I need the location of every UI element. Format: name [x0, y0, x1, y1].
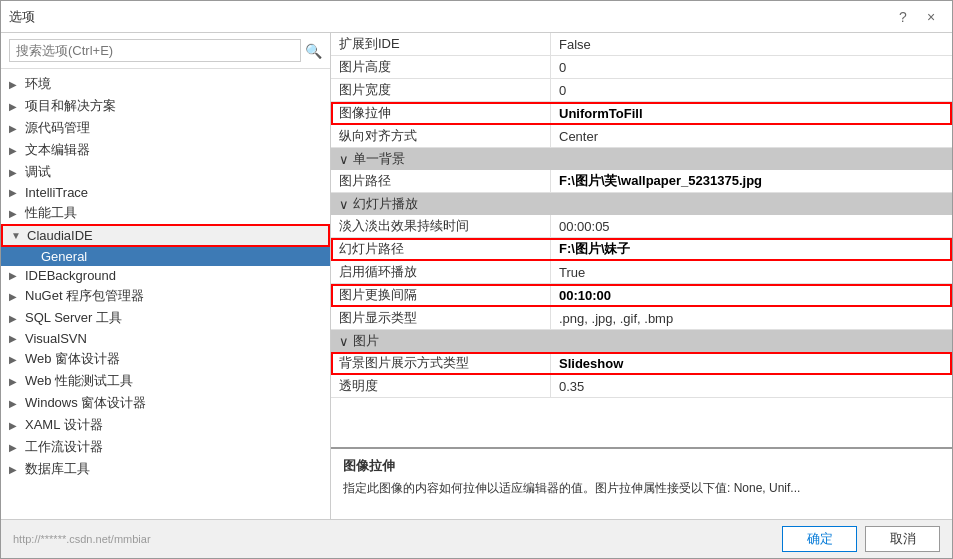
- tree-item-windesign[interactable]: ▶ Windows 窗体设计器: [1, 392, 330, 414]
- prop-row-imgtype[interactable]: 图片显示类型 .png, .jpg, .gif, .bmp: [331, 307, 952, 330]
- tree-item-proj[interactable]: ▶ 项目和解决方案: [1, 95, 330, 117]
- prop-row-valign[interactable]: 纵向对齐方式 Center: [331, 125, 952, 148]
- prop-row-exttoide[interactable]: 扩展到IDE False: [331, 33, 952, 56]
- prop-row-imgheight[interactable]: 图片高度 0: [331, 56, 952, 79]
- watermark: http://******.csdn.net/mmbiar: [13, 533, 774, 545]
- tree-item-nuget[interactable]: ▶ NuGet 程序包管理器: [1, 285, 330, 307]
- prop-name-interval: 图片更换间隔: [331, 284, 551, 306]
- close-button[interactable]: ×: [918, 4, 944, 30]
- description-text: 指定此图像的内容如何拉伸以适应编辑器的值。图片拉伸属性接受以下值: None, …: [343, 479, 940, 497]
- prop-value-fadeduration: 00:00:05: [551, 217, 952, 236]
- tree-item-env[interactable]: ▶ 环境: [1, 73, 330, 95]
- label-perf: 性能工具: [25, 204, 322, 222]
- arrow-webperf: ▶: [9, 376, 25, 387]
- props-area[interactable]: 扩展到IDE False 图片高度 0 图片宽度 0 图像拉伸 UniformT…: [331, 33, 952, 447]
- tree-item-xaml[interactable]: ▶ XAML 设计器: [1, 414, 330, 436]
- label-debug: 调试: [25, 163, 322, 181]
- section-slideshow: ∨ 幻灯片播放: [331, 193, 952, 215]
- description-title: 图像拉伸: [343, 457, 940, 475]
- arrow-sql: ▶: [9, 313, 25, 324]
- label-nuget: NuGet 程序包管理器: [25, 287, 322, 305]
- prop-name-imgtype: 图片显示类型: [331, 307, 551, 329]
- prop-value-valign: Center: [551, 127, 952, 146]
- arrow-idebg: ▶: [9, 270, 25, 281]
- label-vssvn: VisualSVN: [25, 331, 322, 346]
- arrow-webdesign: ▶: [9, 354, 25, 365]
- label-proj: 项目和解决方案: [25, 97, 322, 115]
- search-icon: 🔍: [305, 43, 322, 59]
- prop-row-loop[interactable]: 启用循环播放 True: [331, 261, 952, 284]
- tree-item-webdesign[interactable]: ▶ Web 窗体设计器: [1, 348, 330, 370]
- section-single-bg: ∨ 单一背景: [331, 148, 952, 170]
- search-input[interactable]: [9, 39, 301, 62]
- arrow-dbtools: ▶: [9, 464, 25, 475]
- search-box: 🔍: [1, 33, 330, 69]
- arrow-workflow: ▶: [9, 442, 25, 453]
- tree-item-perf[interactable]: ▶ 性能工具: [1, 202, 330, 224]
- arrow-perf: ▶: [9, 208, 25, 219]
- prop-value-imgstretch: UniformToFill: [551, 104, 952, 123]
- prop-row-imgpath[interactable]: 图片路径 F:\图片\芙\wallpaper_5231375.jpg: [331, 170, 952, 193]
- confirm-button[interactable]: 确定: [782, 526, 857, 552]
- prop-value-opacity: 0.35: [551, 377, 952, 396]
- prop-name-fadeduration: 淡入淡出效果持续时间: [331, 215, 551, 237]
- dialog: 选项 ? × 🔍 ▶ 环境 ▶ 项目和解决方案: [0, 0, 953, 559]
- prop-value-imgwidth: 0: [551, 81, 952, 100]
- section-label-picture: 图片: [353, 332, 379, 350]
- tree-item-vssvn[interactable]: ▶ VisualSVN: [1, 329, 330, 348]
- arrow-windesign: ▶: [9, 398, 25, 409]
- tree-item-sql[interactable]: ▶ SQL Server 工具: [1, 307, 330, 329]
- arrow-src: ▶: [9, 123, 25, 134]
- prop-value-exttoide: False: [551, 35, 952, 54]
- label-sql: SQL Server 工具: [25, 309, 322, 327]
- label-dbtools: 数据库工具: [25, 460, 322, 478]
- prop-row-bgtype[interactable]: 背景图片展示方式类型 Slideshow: [331, 352, 952, 375]
- left-panel: 🔍 ▶ 环境 ▶ 项目和解决方案 ▶ 源代码管理 ▶: [1, 33, 331, 519]
- prop-row-interval[interactable]: 图片更换间隔 00:10:00: [331, 284, 952, 307]
- tree-item-debug[interactable]: ▶ 调试: [1, 161, 330, 183]
- prop-name-imgwidth: 图片宽度: [331, 79, 551, 101]
- tree-item-editor[interactable]: ▶ 文本编辑器: [1, 139, 330, 161]
- title-bar-left: 选项: [9, 8, 35, 26]
- tree-item-intellitrace[interactable]: ▶ IntelliTrace: [1, 183, 330, 202]
- arrow-proj: ▶: [9, 101, 25, 112]
- tree-area[interactable]: ▶ 环境 ▶ 项目和解决方案 ▶ 源代码管理 ▶ 文本编辑器 ▶ 调试: [1, 69, 330, 519]
- arrow-debug: ▶: [9, 167, 25, 178]
- arrow-claudia: ▼: [11, 230, 27, 241]
- prop-value-imgheight: 0: [551, 58, 952, 77]
- help-button[interactable]: ?: [890, 4, 916, 30]
- prop-name-loop: 启用循环播放: [331, 261, 551, 283]
- tree-item-claudia[interactable]: ▼ ClaudiaIDE: [1, 224, 330, 247]
- tree-item-dbtools[interactable]: ▶ 数据库工具: [1, 458, 330, 480]
- prop-row-opacity[interactable]: 透明度 0.35: [331, 375, 952, 398]
- label-editor: 文本编辑器: [25, 141, 322, 159]
- label-src: 源代码管理: [25, 119, 322, 137]
- content-area: 🔍 ▶ 环境 ▶ 项目和解决方案 ▶ 源代码管理 ▶: [1, 33, 952, 519]
- prop-name-slidepath: 幻灯片路径: [331, 238, 551, 260]
- prop-value-imgtype: .png, .jpg, .gif, .bmp: [551, 309, 952, 328]
- tree-item-workflow[interactable]: ▶ 工作流设计器: [1, 436, 330, 458]
- arrow-nuget: ▶: [9, 291, 25, 302]
- prop-row-slidepath[interactable]: 幻灯片路径 F:\图片\妹子: [331, 238, 952, 261]
- tree-item-webperf[interactable]: ▶ Web 性能测试工具: [1, 370, 330, 392]
- claudia-wrapper: ▼ ClaudiaIDE: [1, 224, 330, 247]
- section-arrow-single: ∨: [339, 152, 349, 167]
- tree-item-general[interactable]: General: [1, 247, 330, 266]
- prop-row-imgstretch[interactable]: 图像拉伸 UniformToFill: [331, 102, 952, 125]
- arrow-env: ▶: [9, 79, 25, 90]
- prop-row-imgwidth[interactable]: 图片宽度 0: [331, 79, 952, 102]
- label-webdesign: Web 窗体设计器: [25, 350, 322, 368]
- prop-value-interval: 00:10:00: [551, 286, 952, 305]
- label-webperf: Web 性能测试工具: [25, 372, 322, 390]
- section-label-single: 单一背景: [353, 150, 405, 168]
- description-area: 图像拉伸 指定此图像的内容如何拉伸以适应编辑器的值。图片拉伸属性接受以下值: N…: [331, 447, 952, 519]
- prop-name-valign: 纵向对齐方式: [331, 125, 551, 147]
- cancel-button[interactable]: 取消: [865, 526, 940, 552]
- label-intellitrace: IntelliTrace: [25, 185, 322, 200]
- arrow-vssvn: ▶: [9, 333, 25, 344]
- arrow-xaml: ▶: [9, 420, 25, 431]
- tree-item-src[interactable]: ▶ 源代码管理: [1, 117, 330, 139]
- tree-item-idebg[interactable]: ▶ IDEBackground: [1, 266, 330, 285]
- prop-row-fadeduration[interactable]: 淡入淡出效果持续时间 00:00:05: [331, 215, 952, 238]
- label-idebg: IDEBackground: [25, 268, 322, 283]
